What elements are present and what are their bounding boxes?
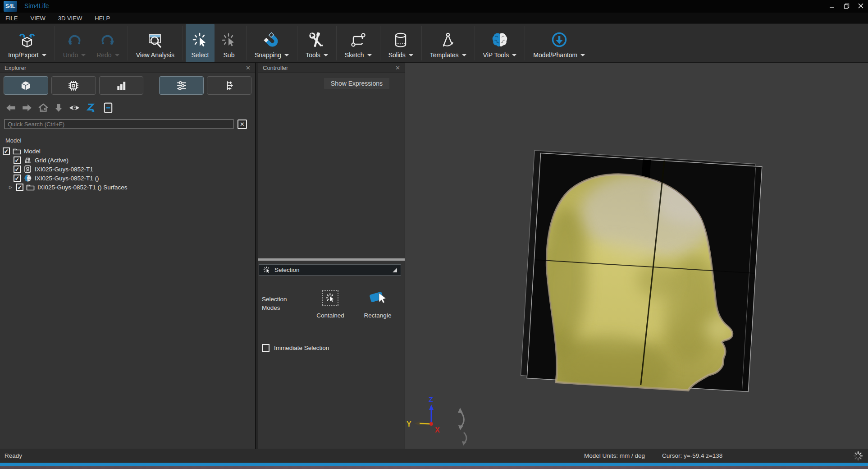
toolbar-label: Select: [192, 51, 209, 59]
busy-spinner-icon: [853, 451, 863, 462]
sim4life-window: S4L Sim4Life FILE VIEW 3D VIEW HELP: [0, 0, 868, 469]
tree-label: Grid (Active): [35, 157, 69, 164]
sort-z-icon[interactable]: [86, 102, 97, 113]
viewport-3d[interactable]: Z Y X: [405, 63, 868, 449]
toolbar-label: Model/Phantom: [533, 51, 577, 59]
checkbox[interactable]: ✓: [14, 166, 21, 173]
immediate-selection-checkbox[interactable]: [262, 344, 270, 352]
maximize-button[interactable]: [839, 0, 854, 12]
model-tree: ✓ Model ✓ Grid (Active): [0, 147, 255, 192]
window-bottom-edge: [0, 466, 868, 469]
controller-panel: Controller ✕ Show Expressions Selection …: [258, 63, 405, 449]
main-toolbar: Imp/Export Undo: [0, 23, 868, 63]
clear-icon: ✕: [240, 121, 245, 128]
forward-arrow-icon[interactable]: [22, 103, 32, 113]
toolbar-label: Redo: [96, 51, 111, 59]
import-export-icon: [18, 30, 37, 51]
explorer-close-icon[interactable]: ✕: [246, 64, 251, 71]
clear-search-button[interactable]: ✕: [238, 120, 247, 129]
checkbox[interactable]: ✓: [16, 184, 23, 191]
folder-icon: [13, 147, 21, 156]
head-model-scene: Z Y X: [405, 63, 868, 449]
toolbar-tools[interactable]: Tools: [300, 24, 333, 62]
mode-contained[interactable]: Contained: [309, 288, 352, 319]
cylinder-icon: [391, 30, 410, 51]
checkbox[interactable]: ✓: [14, 175, 21, 182]
toolbar-templates[interactable]: Templates: [425, 24, 472, 62]
tab-simulation[interactable]: [51, 76, 96, 95]
menu-view[interactable]: VIEW: [30, 15, 45, 22]
select-cursor-icon: [263, 266, 271, 274]
checkbox[interactable]: ✓: [14, 156, 21, 164]
toolbar-label: Templates: [430, 51, 459, 59]
toolbar-label: Solids: [388, 51, 406, 59]
search-input[interactable]: [5, 119, 233, 129]
status-model-units: Model Units: mm / deg: [584, 452, 645, 459]
toolbar-model-phantom[interactable]: Model/Phantom: [528, 24, 590, 62]
menu-help[interactable]: HELP: [95, 15, 110, 22]
select-cursor-icon: [191, 30, 209, 51]
explorer-panel: Explorer ✕: [0, 63, 256, 449]
eye-icon[interactable]: [69, 103, 80, 113]
collapse-corner-icon: [393, 268, 397, 272]
toolbar-vip-tools[interactable]: ViP Tools: [478, 24, 522, 62]
toolbar-solids[interactable]: Solids: [383, 24, 419, 62]
tree-row-volume[interactable]: ✓ IXI025-Guys-0852-T1 (): [3, 174, 255, 183]
slice-box: [520, 151, 762, 408]
toolbar-select[interactable]: Select: [186, 24, 215, 62]
down-arrow-icon[interactable]: [54, 103, 63, 113]
toolbar-snapping[interactable]: Snapping: [249, 24, 294, 62]
controller-splitter[interactable]: [258, 258, 405, 261]
close-button[interactable]: [854, 0, 868, 12]
toolbar-undo[interactable]: Undo: [58, 24, 91, 62]
toolbar-redo[interactable]: Redo: [91, 24, 124, 62]
explorer-title-bar: Explorer ✕: [0, 63, 255, 73]
collapse-all-icon[interactable]: [103, 102, 114, 113]
cube-icon: [20, 80, 32, 92]
compass-icon: [439, 30, 457, 51]
title-bar: S4L Sim4Life: [0, 0, 868, 13]
dropdown-caret-icon: [42, 54, 46, 59]
checkbox[interactable]: ✓: [3, 147, 10, 155]
tree-row-model[interactable]: ✓ Model: [3, 147, 255, 156]
tab-analysis[interactable]: [99, 76, 144, 95]
magnet-icon: [262, 30, 281, 51]
toolbar-imp-export[interactable]: Imp/Export: [3, 24, 52, 62]
dropdown-caret-icon: [512, 54, 516, 59]
toolbar-label: Sub: [224, 51, 235, 59]
tab-properties[interactable]: [159, 76, 204, 95]
menu-3d-view[interactable]: 3D VIEW: [58, 15, 82, 22]
dropdown-caret-icon: [409, 54, 413, 59]
brain-icon: [490, 30, 509, 51]
tab-model[interactable]: [4, 76, 48, 95]
tools-icon: [307, 30, 326, 51]
tree-label: IXI025-Guys-0852-T1: [35, 166, 93, 173]
tree-row-surfaces[interactable]: ▷ ✓ IXI025-Guys-0852-T1 () Surfaces: [3, 183, 255, 192]
tab-hierarchy[interactable]: [207, 76, 251, 95]
controller-close-icon[interactable]: ✕: [395, 64, 400, 71]
view-analysis-icon: [146, 30, 164, 51]
tree-icon: [224, 80, 235, 92]
progress-stripe: [0, 463, 868, 466]
sub-cursor-icon: [220, 30, 238, 51]
show-expressions-button[interactable]: Show Expressions: [324, 78, 389, 89]
dropdown-caret-icon: [580, 54, 585, 59]
immediate-selection-row[interactable]: Immediate Selection: [262, 344, 329, 352]
toolbar-label: ViP Tools: [483, 51, 509, 59]
tree-row-grid[interactable]: ✓ Grid (Active): [3, 156, 255, 165]
home-icon[interactable]: [38, 103, 49, 113]
expand-arrow-icon[interactable]: ▷: [9, 185, 14, 189]
toolbar-view-analysis[interactable]: View Analysis: [131, 24, 180, 62]
menu-file[interactable]: FILE: [5, 15, 18, 22]
selection-section-header[interactable]: Selection: [259, 264, 401, 276]
axis-gizmo: Z Y X: [407, 396, 440, 434]
toolbar-sub[interactable]: Sub: [215, 24, 243, 62]
toolbar-sketch[interactable]: Sketch: [339, 24, 377, 62]
selection-header-label: Selection: [274, 267, 300, 273]
checkmark-icon: ✓: [15, 157, 20, 163]
minimize-button[interactable]: [825, 0, 839, 12]
mode-rectangle[interactable]: Rectangle: [356, 288, 399, 319]
status-cursor-coords: Cursor: y=-59.4 z=138: [662, 452, 722, 459]
tree-row-image[interactable]: ✓ IXI025-Guys-0852-T1: [3, 165, 255, 174]
back-arrow-icon[interactable]: [5, 103, 16, 113]
